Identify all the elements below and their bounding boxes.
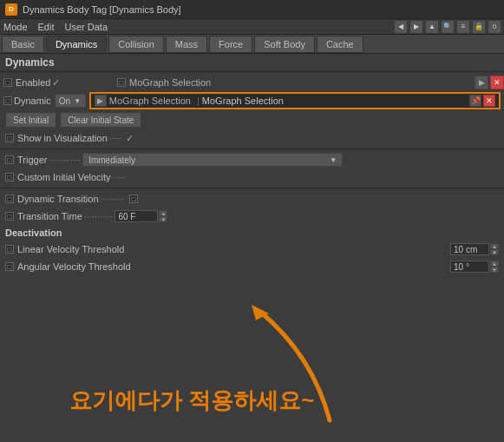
deactivation-header: Deactivation xyxy=(0,225,504,241)
dynamic-mograph-row: □ Dynamic On ▼ ▶ MoGraph Selection | MoG… xyxy=(0,91,504,110)
dynamic-transition-row: □ Dynamic Transition ········· □ xyxy=(0,190,504,208)
custom-velocity-label: Custom Initial Velocity xyxy=(17,172,111,182)
dynamic-transition-checkbox[interactable]: □ xyxy=(5,195,14,203)
show-label: Show in Visualization xyxy=(17,133,108,143)
tab-soft-body[interactable]: Soft Body xyxy=(254,36,315,53)
trigger-checkbox[interactable]: □ xyxy=(5,155,14,164)
mograph-right-icons: ▶ ✕ xyxy=(475,76,504,89)
transition-time-label: Transition Time xyxy=(17,211,82,221)
arrow-up-icon[interactable]: ▲ xyxy=(426,21,438,33)
transition-time-dots: ··········· xyxy=(84,211,114,221)
mograph-x-icon[interactable]: ✕ xyxy=(483,95,495,107)
svg-marker-0 xyxy=(252,305,269,320)
set-initial-button[interactable]: Set Initial xyxy=(5,112,56,128)
trigger-label: Trigger xyxy=(17,155,47,165)
enabled-mograph-row: □ Enabled ✓ □ MoGraph Selection ▶ ✕ xyxy=(0,74,504,91)
dynamic-transition-value-checkbox[interactable]: □ xyxy=(129,195,138,203)
mograph-close-icon[interactable]: ✕ xyxy=(490,76,504,89)
angular-stepper-up-icon[interactable]: ▲ xyxy=(490,261,499,267)
angular-stepper-down-icon[interactable]: ▼ xyxy=(490,267,499,273)
linear-stepper-down-icon[interactable]: ▼ xyxy=(490,249,499,255)
trigger-dropdown[interactable]: Immediately ▼ xyxy=(82,153,343,167)
dynamic-label: Dynamic xyxy=(14,96,51,106)
separator-2 xyxy=(0,188,504,188)
tab-cache[interactable]: Cache xyxy=(317,36,363,53)
mograph-separator: | xyxy=(197,96,200,106)
mograph-end-icons: 📌 ✕ xyxy=(469,95,495,107)
tab-basic[interactable]: Basic xyxy=(2,36,44,53)
arrow-svg xyxy=(0,277,504,442)
trigger-dots: ············ xyxy=(49,155,81,165)
arrow-left-icon[interactable]: ◀ xyxy=(395,21,407,33)
tab-dynamics[interactable]: Dynamics xyxy=(46,36,107,53)
trigger-row: □ Trigger ············ Immediately ▼ xyxy=(0,151,504,168)
dynamic-transition-label: Dynamic Transition xyxy=(17,194,99,204)
separator-1 xyxy=(0,148,504,149)
mograph-arrow-icon[interactable]: ▶ xyxy=(475,76,488,89)
show-dots: ····· xyxy=(109,133,122,143)
tab-force[interactable]: Force xyxy=(209,36,252,53)
enabled-checkmark: ✓ xyxy=(52,77,60,89)
number-icon[interactable]: 0 xyxy=(488,21,501,33)
linear-velocity-stepper[interactable]: ▲ ▼ xyxy=(490,243,499,255)
tab-mass[interactable]: Mass xyxy=(166,36,207,53)
transition-time-stepper[interactable]: ▲ ▼ xyxy=(159,210,167,222)
show-in-visualization-row: □ Show in Visualization ····· ✓ xyxy=(0,129,504,147)
title-bar: D Dynamics Body Tag [Dynamics Body] xyxy=(0,0,504,19)
angular-velocity-label: Angular Velocity Threshold xyxy=(17,261,131,272)
transition-time-input[interactable]: 60 F xyxy=(115,210,158,222)
lock-icon[interactable]: 🔒 xyxy=(473,21,485,33)
mograph-highlight-value: MoGraph Selection xyxy=(202,96,284,106)
show-checkbox[interactable]: □ xyxy=(5,134,14,142)
show-checkmark: ✓ xyxy=(126,133,134,144)
clear-initial-state-button[interactable]: Clear Initial State xyxy=(60,112,141,128)
tab-collision[interactable]: Collision xyxy=(108,36,164,53)
menu-bar: Mode Edit User Data ◀ ▶ ▲ 🔍 ≡ 🔒 0 xyxy=(0,19,504,35)
app-icon: D xyxy=(5,3,17,16)
custom-velocity-checkbox[interactable]: □ xyxy=(5,173,14,181)
linear-velocity-input[interactable]: 10 cm xyxy=(450,243,489,255)
tab-bar: Basic Dynamics Collision Mass Force Soft… xyxy=(0,35,504,54)
content-area: □ Enabled ✓ □ MoGraph Selection ▶ ✕ □ Dy… xyxy=(0,72,504,277)
search-icon[interactable]: 🔍 xyxy=(442,21,454,33)
annotation-area: 요기에다가 적용하세요~ xyxy=(0,277,504,442)
custom-initial-velocity-row: □ Custom Initial Velocity ····· xyxy=(0,168,504,186)
stepper-up-icon[interactable]: ▲ xyxy=(159,210,167,216)
enabled-checkbox[interactable]: □ xyxy=(3,78,12,87)
mograph-selection-label: MoGraph Selection xyxy=(129,77,211,88)
dynamic-transition-dots: ········· xyxy=(101,194,125,204)
enabled-label: Enabled xyxy=(16,77,50,88)
list-icon[interactable]: ≡ xyxy=(457,21,469,33)
section-header-dynamics: Dynamics xyxy=(0,54,504,72)
menu-edit[interactable]: Edit xyxy=(38,22,55,32)
stepper-down-icon[interactable]: ▼ xyxy=(159,216,167,222)
annotation-text: 요기에다가 적용하세요~ xyxy=(69,386,314,416)
mograph-pin-icon[interactable]: 📌 xyxy=(469,95,481,107)
arrow-right-icon[interactable]: ▶ xyxy=(410,21,422,33)
mograph-tag-icon[interactable]: ▶ xyxy=(95,95,107,107)
buttons-row: Set Initial Clear Initial State xyxy=(0,110,504,129)
angular-velocity-checkbox[interactable]: □ xyxy=(5,262,14,271)
menu-user-data[interactable]: User Data xyxy=(65,22,108,32)
dynamic-dropdown[interactable]: On ▼ xyxy=(55,94,86,108)
linear-velocity-label: Linear Velocity Threshold xyxy=(17,244,124,254)
transition-time-checkbox[interactable]: □ xyxy=(5,212,14,221)
window-title: Dynamics Body Tag [Dynamics Body] xyxy=(23,4,181,15)
menu-mode[interactable]: Mode xyxy=(3,22,28,32)
linear-velocity-row: □ Linear Velocity Threshold 10 cm ▲ ▼ xyxy=(0,241,504,258)
linear-stepper-up-icon[interactable]: ▲ xyxy=(490,243,499,249)
dropdown-arrow-icon: ▼ xyxy=(74,97,81,105)
custom-velocity-dots: ····· xyxy=(113,172,126,182)
linear-velocity-checkbox[interactable]: □ xyxy=(5,245,14,254)
mograph-highlight-label: MoGraph Selection xyxy=(109,96,191,106)
angular-velocity-input[interactable]: 10 ° xyxy=(450,261,489,273)
dynamic-checkbox[interactable]: □ xyxy=(3,96,12,105)
angular-velocity-row: □ Angular Velocity Threshold 10 ° ▲ ▼ xyxy=(0,258,504,275)
menu-icons: ◀ ▶ ▲ 🔍 ≡ 🔒 0 xyxy=(395,21,501,33)
mograph-highlighted-container: ▶ MoGraph Selection | MoGraph Selection … xyxy=(89,92,501,109)
angular-velocity-stepper[interactable]: ▲ ▼ xyxy=(490,261,499,273)
trigger-dropdown-arrow-icon: ▼ xyxy=(330,156,337,164)
mograph-sel-right-col: □ MoGraph Selection ▶ ✕ xyxy=(117,76,504,89)
transition-time-row: □ Transition Time ··········· 60 F ▲ ▼ xyxy=(0,208,504,225)
mograph-sel-checkbox[interactable]: □ xyxy=(117,78,126,87)
